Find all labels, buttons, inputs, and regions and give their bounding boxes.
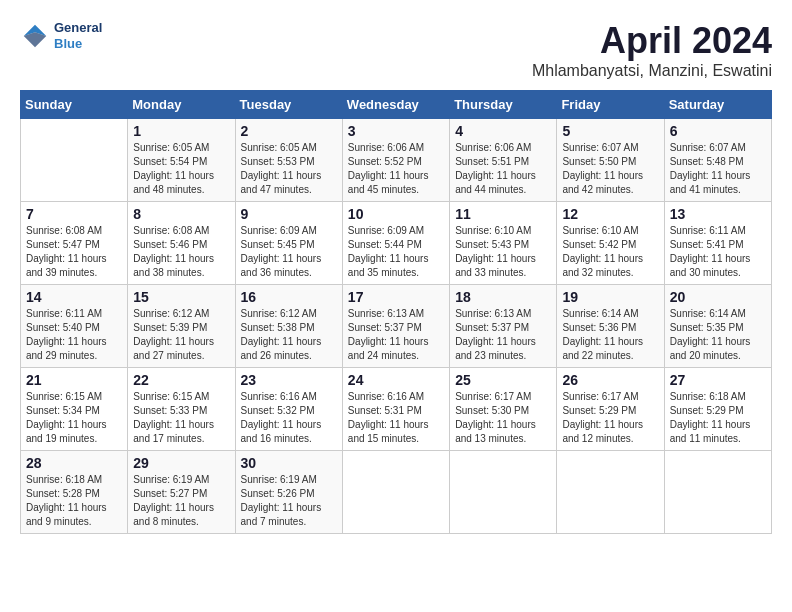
day-info: Sunrise: 6:14 AMSunset: 5:36 PMDaylight:… [562, 307, 658, 363]
calendar-cell: 24Sunrise: 6:16 AMSunset: 5:31 PMDayligh… [342, 368, 449, 451]
calendar-cell [450, 451, 557, 534]
day-info: Sunrise: 6:17 AMSunset: 5:30 PMDaylight:… [455, 390, 551, 446]
month-title: April 2024 [532, 20, 772, 62]
header-monday: Monday [128, 91, 235, 119]
calendar-cell: 27Sunrise: 6:18 AMSunset: 5:29 PMDayligh… [664, 368, 771, 451]
week-row-2: 7Sunrise: 6:08 AMSunset: 5:47 PMDaylight… [21, 202, 772, 285]
header-friday: Friday [557, 91, 664, 119]
day-number: 29 [133, 455, 229, 471]
calendar-cell: 28Sunrise: 6:18 AMSunset: 5:28 PMDayligh… [21, 451, 128, 534]
day-number: 11 [455, 206, 551, 222]
day-number: 27 [670, 372, 766, 388]
header-tuesday: Tuesday [235, 91, 342, 119]
day-number: 26 [562, 372, 658, 388]
logo-icon [20, 21, 50, 51]
calendar-cell [664, 451, 771, 534]
weekday-header-row: SundayMondayTuesdayWednesdayThursdayFrid… [21, 91, 772, 119]
calendar-cell: 12Sunrise: 6:10 AMSunset: 5:42 PMDayligh… [557, 202, 664, 285]
calendar-cell: 25Sunrise: 6:17 AMSunset: 5:30 PMDayligh… [450, 368, 557, 451]
day-number: 28 [26, 455, 122, 471]
calendar-cell: 11Sunrise: 6:10 AMSunset: 5:43 PMDayligh… [450, 202, 557, 285]
day-number: 10 [348, 206, 444, 222]
day-info: Sunrise: 6:05 AMSunset: 5:54 PMDaylight:… [133, 141, 229, 197]
calendar-cell: 29Sunrise: 6:19 AMSunset: 5:27 PMDayligh… [128, 451, 235, 534]
calendar-table: SundayMondayTuesdayWednesdayThursdayFrid… [20, 90, 772, 534]
day-info: Sunrise: 6:06 AMSunset: 5:51 PMDaylight:… [455, 141, 551, 197]
day-number: 22 [133, 372, 229, 388]
day-info: Sunrise: 6:08 AMSunset: 5:47 PMDaylight:… [26, 224, 122, 280]
day-info: Sunrise: 6:09 AMSunset: 5:45 PMDaylight:… [241, 224, 337, 280]
calendar-cell: 22Sunrise: 6:15 AMSunset: 5:33 PMDayligh… [128, 368, 235, 451]
day-info: Sunrise: 6:12 AMSunset: 5:38 PMDaylight:… [241, 307, 337, 363]
calendar-cell: 19Sunrise: 6:14 AMSunset: 5:36 PMDayligh… [557, 285, 664, 368]
day-number: 23 [241, 372, 337, 388]
day-info: Sunrise: 6:14 AMSunset: 5:35 PMDaylight:… [670, 307, 766, 363]
calendar-cell: 30Sunrise: 6:19 AMSunset: 5:26 PMDayligh… [235, 451, 342, 534]
day-number: 9 [241, 206, 337, 222]
calendar-cell: 21Sunrise: 6:15 AMSunset: 5:34 PMDayligh… [21, 368, 128, 451]
calendar-cell: 18Sunrise: 6:13 AMSunset: 5:37 PMDayligh… [450, 285, 557, 368]
day-number: 3 [348, 123, 444, 139]
day-info: Sunrise: 6:05 AMSunset: 5:53 PMDaylight:… [241, 141, 337, 197]
day-info: Sunrise: 6:09 AMSunset: 5:44 PMDaylight:… [348, 224, 444, 280]
calendar-cell [21, 119, 128, 202]
header-wednesday: Wednesday [342, 91, 449, 119]
day-info: Sunrise: 6:18 AMSunset: 5:28 PMDaylight:… [26, 473, 122, 529]
calendar-cell [342, 451, 449, 534]
day-number: 14 [26, 289, 122, 305]
day-number: 13 [670, 206, 766, 222]
day-number: 8 [133, 206, 229, 222]
week-row-5: 28Sunrise: 6:18 AMSunset: 5:28 PMDayligh… [21, 451, 772, 534]
day-info: Sunrise: 6:15 AMSunset: 5:33 PMDaylight:… [133, 390, 229, 446]
calendar-cell: 10Sunrise: 6:09 AMSunset: 5:44 PMDayligh… [342, 202, 449, 285]
calendar-cell: 2Sunrise: 6:05 AMSunset: 5:53 PMDaylight… [235, 119, 342, 202]
week-row-1: 1Sunrise: 6:05 AMSunset: 5:54 PMDaylight… [21, 119, 772, 202]
calendar-cell: 14Sunrise: 6:11 AMSunset: 5:40 PMDayligh… [21, 285, 128, 368]
day-number: 19 [562, 289, 658, 305]
day-info: Sunrise: 6:08 AMSunset: 5:46 PMDaylight:… [133, 224, 229, 280]
day-info: Sunrise: 6:10 AMSunset: 5:43 PMDaylight:… [455, 224, 551, 280]
day-info: Sunrise: 6:11 AMSunset: 5:40 PMDaylight:… [26, 307, 122, 363]
week-row-4: 21Sunrise: 6:15 AMSunset: 5:34 PMDayligh… [21, 368, 772, 451]
day-number: 21 [26, 372, 122, 388]
calendar-cell: 8Sunrise: 6:08 AMSunset: 5:46 PMDaylight… [128, 202, 235, 285]
location: Mhlambanyatsi, Manzini, Eswatini [532, 62, 772, 80]
calendar-cell: 20Sunrise: 6:14 AMSunset: 5:35 PMDayligh… [664, 285, 771, 368]
day-number: 30 [241, 455, 337, 471]
logo: General Blue [20, 20, 102, 51]
day-number: 2 [241, 123, 337, 139]
day-number: 6 [670, 123, 766, 139]
day-info: Sunrise: 6:17 AMSunset: 5:29 PMDaylight:… [562, 390, 658, 446]
day-number: 18 [455, 289, 551, 305]
calendar-cell: 5Sunrise: 6:07 AMSunset: 5:50 PMDaylight… [557, 119, 664, 202]
day-number: 16 [241, 289, 337, 305]
day-number: 5 [562, 123, 658, 139]
calendar-cell: 3Sunrise: 6:06 AMSunset: 5:52 PMDaylight… [342, 119, 449, 202]
day-info: Sunrise: 6:07 AMSunset: 5:50 PMDaylight:… [562, 141, 658, 197]
logo-text: General Blue [54, 20, 102, 51]
day-number: 17 [348, 289, 444, 305]
header-thursday: Thursday [450, 91, 557, 119]
calendar-cell: 9Sunrise: 6:09 AMSunset: 5:45 PMDaylight… [235, 202, 342, 285]
day-number: 12 [562, 206, 658, 222]
day-info: Sunrise: 6:16 AMSunset: 5:31 PMDaylight:… [348, 390, 444, 446]
header-sunday: Sunday [21, 91, 128, 119]
day-info: Sunrise: 6:18 AMSunset: 5:29 PMDaylight:… [670, 390, 766, 446]
day-info: Sunrise: 6:13 AMSunset: 5:37 PMDaylight:… [348, 307, 444, 363]
calendar-cell [557, 451, 664, 534]
day-number: 24 [348, 372, 444, 388]
calendar-cell: 6Sunrise: 6:07 AMSunset: 5:48 PMDaylight… [664, 119, 771, 202]
calendar-cell: 13Sunrise: 6:11 AMSunset: 5:41 PMDayligh… [664, 202, 771, 285]
day-info: Sunrise: 6:11 AMSunset: 5:41 PMDaylight:… [670, 224, 766, 280]
calendar-cell: 1Sunrise: 6:05 AMSunset: 5:54 PMDaylight… [128, 119, 235, 202]
calendar-cell: 26Sunrise: 6:17 AMSunset: 5:29 PMDayligh… [557, 368, 664, 451]
day-info: Sunrise: 6:07 AMSunset: 5:48 PMDaylight:… [670, 141, 766, 197]
day-info: Sunrise: 6:12 AMSunset: 5:39 PMDaylight:… [133, 307, 229, 363]
day-info: Sunrise: 6:19 AMSunset: 5:27 PMDaylight:… [133, 473, 229, 529]
day-number: 20 [670, 289, 766, 305]
week-row-3: 14Sunrise: 6:11 AMSunset: 5:40 PMDayligh… [21, 285, 772, 368]
day-info: Sunrise: 6:19 AMSunset: 5:26 PMDaylight:… [241, 473, 337, 529]
day-number: 15 [133, 289, 229, 305]
calendar-cell: 16Sunrise: 6:12 AMSunset: 5:38 PMDayligh… [235, 285, 342, 368]
day-number: 25 [455, 372, 551, 388]
